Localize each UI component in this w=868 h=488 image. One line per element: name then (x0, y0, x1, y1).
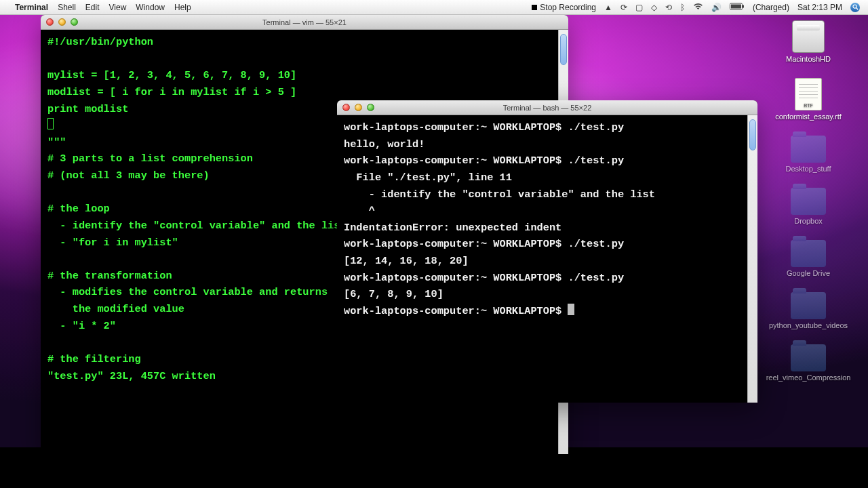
desktop-folder[interactable]: python_youtube_videos (771, 292, 846, 329)
wifi-icon[interactable] (693, 3, 703, 12)
minimize-icon[interactable] (58, 18, 66, 26)
svg-rect-2 (731, 4, 741, 8)
menu-view[interactable]: View (109, 3, 127, 12)
spotlight-icon[interactable] (850, 3, 860, 12)
desktop-folder[interactable]: Dropbox (771, 188, 846, 225)
volume-icon[interactable]: 🔊 (711, 3, 722, 12)
desktop-folder[interactable]: reel_vimeo_Compression (771, 344, 846, 382)
menu-bar: Terminal Shell Edit View Window Help Sto… (0, 0, 868, 15)
desktop-icon-label: conformist_essay.rtf (775, 113, 842, 121)
stop-icon (532, 5, 537, 10)
desktop-icon-label: Dropbox (794, 217, 823, 225)
menu-window[interactable]: Window (136, 3, 165, 12)
display-icon[interactable]: ▢ (635, 3, 643, 12)
dropbox-icon[interactable]: ◇ (651, 3, 657, 12)
gdrive-icon[interactable]: ▲ (604, 3, 612, 12)
terminal-content[interactable]: work-laptops-computer:~ WORKLAPTOP$ ./te… (337, 115, 747, 403)
folder-icon (791, 344, 826, 371)
timemachine-icon[interactable]: ⟲ (665, 3, 672, 12)
desktop-icon-label: python_youtube_videos (769, 321, 848, 329)
folder-icon (791, 292, 826, 319)
menu-help[interactable]: Help (174, 3, 191, 12)
desktop-icon-rtf[interactable]: conformist_essay.rtf (771, 78, 846, 121)
folder-icon (791, 188, 826, 215)
terminal-window-bash[interactable]: Terminal — bash — 55×22 work-laptops-com… (337, 100, 757, 403)
svg-point-3 (853, 5, 856, 8)
close-icon[interactable] (342, 104, 350, 111)
desktop-icon-label: Google Drive (787, 269, 830, 277)
svg-line-4 (856, 8, 858, 10)
desktop-folder[interactable]: Desktop_stuff (771, 136, 846, 173)
desktop-icon-label: MacintoshHD (786, 55, 831, 63)
menu-app-name[interactable]: Terminal (15, 3, 48, 12)
menu-edit[interactable]: Edit (85, 3, 100, 12)
zoom-icon[interactable] (367, 104, 374, 111)
window-titlebar[interactable]: Terminal — vim — 55×21 (41, 15, 568, 30)
menu-shell[interactable]: Shell (58, 3, 76, 12)
close-icon[interactable] (46, 18, 54, 26)
bluetooth-icon[interactable]: ᛒ (680, 3, 685, 12)
stop-recording-label: Stop Recording (540, 3, 596, 12)
folder-icon (791, 240, 826, 267)
window-title: Terminal — vim — 55×21 (41, 18, 568, 26)
minimize-icon[interactable] (355, 104, 362, 111)
battery-text: (Charged) (753, 3, 789, 12)
rtf-file-icon (795, 78, 822, 110)
desktop-icon-macintoshhd[interactable]: MacintoshHD (771, 20, 846, 63)
window-title: Terminal — bash — 55×22 (337, 104, 757, 112)
harddrive-icon (792, 20, 825, 53)
folder-icon (791, 136, 826, 163)
menu-clock[interactable]: Sat 2:13 PM (797, 3, 842, 12)
desktop-icon-label: Desktop_stuff (785, 165, 831, 173)
desktop-icons: MacintoshHD conformist_essay.rtf Desktop… (754, 20, 863, 427)
scrollbar[interactable] (747, 115, 757, 403)
desktop-folder[interactable]: Google Drive (771, 240, 846, 277)
svg-rect-1 (743, 5, 744, 7)
zoom-icon[interactable] (71, 18, 78, 26)
sync-icon[interactable]: ⟳ (620, 3, 627, 12)
window-titlebar[interactable]: Terminal — bash — 55×22 (337, 100, 757, 115)
stop-recording-menuextra[interactable]: Stop Recording (532, 3, 596, 12)
desktop-icon-label: reel_vimeo_Compression (766, 373, 851, 382)
battery-icon[interactable] (730, 3, 745, 12)
